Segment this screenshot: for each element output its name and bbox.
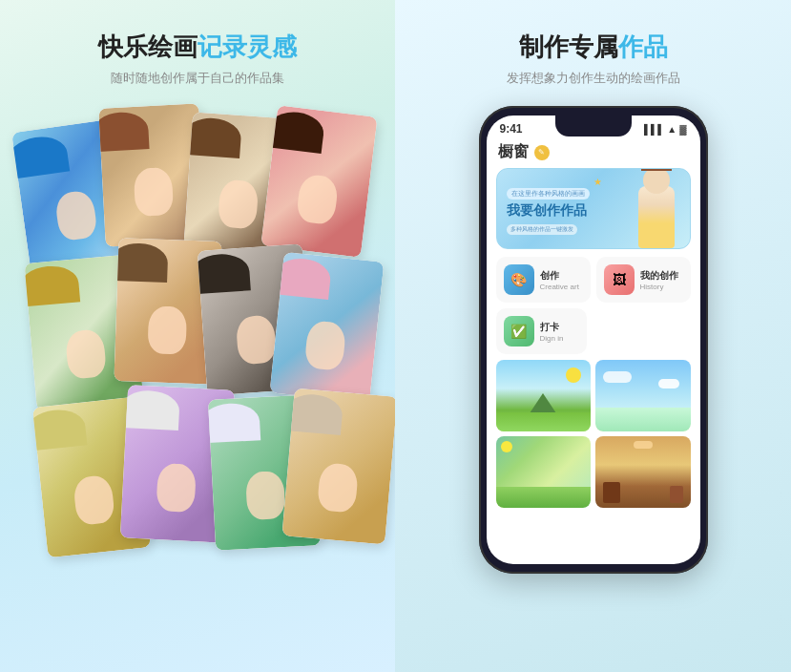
- right-title-part2: 作品: [618, 32, 668, 61]
- wifi-icon: ▲: [667, 124, 677, 135]
- phone-screen: 9:41 ▌▌▌ ▲ ▓ 橱窗 ✎ 在这里作各种风格的画画 我要创作作品 多种风…: [487, 116, 700, 564]
- status-time: 9:41: [500, 122, 523, 136]
- bottom-img-landscape: [496, 436, 592, 508]
- bottom-img-mountain: [496, 360, 592, 431]
- signal-icon: ▌▌▌: [644, 124, 664, 135]
- bottom-image-grid: [496, 360, 691, 508]
- signin-icon: ✅: [504, 316, 534, 346]
- app-banner[interactable]: 在这里作各种风格的画画 我要创作作品 多种风格的作品一键激发 ★: [496, 168, 691, 249]
- anime-card: [281, 388, 395, 545]
- scene-sun: [566, 368, 581, 383]
- left-title: 快乐绘画记录灵感: [98, 31, 297, 64]
- anime-card: [270, 252, 385, 403]
- history-icon: 🖼: [604, 264, 635, 295]
- feature-signin-title: 打卡: [540, 321, 564, 334]
- right-title-part1: 制作专属: [519, 32, 618, 61]
- app-title: 橱窗: [498, 142, 529, 162]
- left-panel: 快乐绘画记录灵感 随时随地创作属于自己的作品集: [0, 0, 395, 672]
- banner-content: 在这里作各种风格的画画 我要创作作品 多种风格的作品一键激发: [507, 182, 590, 236]
- feature-history-title: 我的创作: [640, 269, 678, 283]
- left-title-part2: 记录灵感: [198, 32, 297, 61]
- phone-mockup: 9:41 ▌▌▌ ▲ ▓ 橱窗 ✎ 在这里作各种风格的画画 我要创作作品 多种风…: [479, 106, 708, 574]
- feature-history-sub: History: [640, 283, 678, 291]
- right-panel: 制作专属作品 发挥想象力创作生动的绘画作品 9:41 ▌▌▌ ▲ ▓ 橱窗 ✎: [395, 0, 791, 672]
- feature-creative-title: 创作: [540, 269, 579, 283]
- app-header: 橱窗 ✎: [487, 138, 700, 168]
- right-title: 制作专属作品: [519, 31, 668, 64]
- star-icon: ★: [593, 177, 602, 187]
- banner-character: [628, 172, 685, 248]
- scene-cloud: [603, 371, 632, 383]
- feature-item-history[interactable]: 🖼 我的创作 History: [596, 257, 691, 303]
- feature-signin-text: 打卡 Dign in: [540, 321, 564, 343]
- bottom-img-clouds: [595, 360, 691, 431]
- anime-cards-area: [21, 106, 374, 640]
- left-subtitle: 随时随地创作属于自己的作品集: [111, 70, 284, 87]
- creative-icon: 🎨: [504, 264, 534, 295]
- feature-item-creative[interactable]: 🎨 创作 Creative art: [496, 257, 591, 303]
- left-title-part1: 快乐绘画: [98, 32, 198, 61]
- feature-history-text: 我的创作 History: [640, 269, 678, 291]
- char-head: [643, 168, 670, 194]
- feature-item-signin[interactable]: ✅ 打卡 Dign in: [496, 308, 588, 354]
- feature-creative-sub: Creative art: [540, 283, 579, 291]
- feature-creative-text: 创作 Creative art: [540, 269, 579, 291]
- phone-notch: [555, 116, 632, 136]
- feature-grid: 🎨 创作 Creative art 🖼 我的创作 History: [496, 257, 691, 303]
- feature-single-row: ✅ 打卡 Dign in: [496, 308, 691, 354]
- anime-card: [260, 105, 377, 258]
- banner-sub-text: 多种风格的作品一键激发: [507, 224, 577, 235]
- battery-icon: ▓: [679, 124, 686, 135]
- right-subtitle: 发挥想象力创作生动的绘画作品: [507, 70, 680, 87]
- banner-main-text: 我要创作作品: [507, 202, 590, 219]
- feature-signin-sub: Dign in: [540, 334, 564, 343]
- status-icons: ▌▌▌ ▲ ▓: [644, 124, 686, 135]
- char-hair: [641, 168, 672, 171]
- banner-small-text: 在这里作各种风格的画画: [507, 188, 590, 200]
- bottom-img-town: [595, 436, 691, 508]
- edit-icon[interactable]: ✎: [534, 145, 550, 160]
